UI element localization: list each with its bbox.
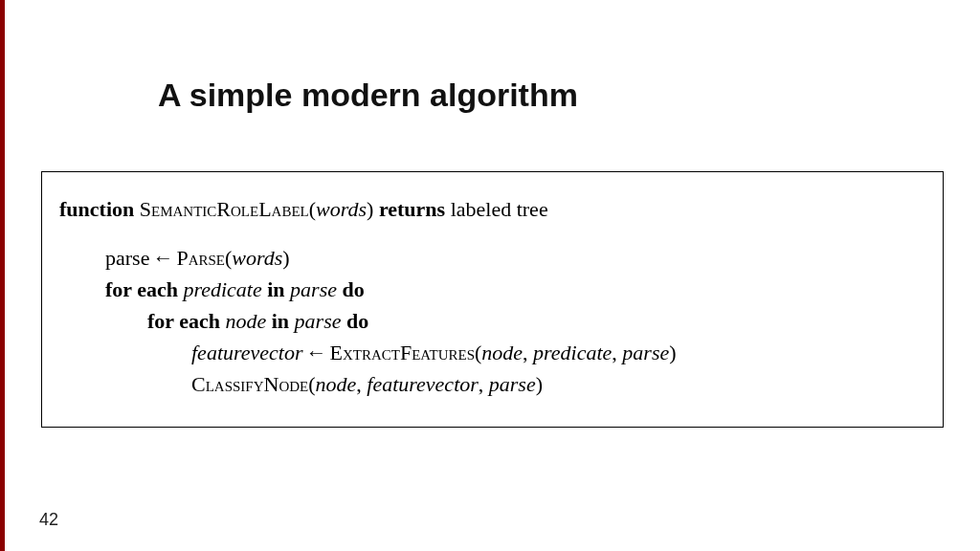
slide: A simple modern algorithm function Seman… <box>0 0 980 551</box>
var-featurevector: featurevector <box>191 341 302 364</box>
fn-classifynode: ClassifyNode <box>191 372 308 396</box>
slide-title: A simple modern algorithm <box>158 77 578 114</box>
page-number: 42 <box>39 510 58 530</box>
comma: , <box>523 341 533 364</box>
kw-in: in <box>267 277 284 301</box>
algorithm-box: function SemanticRoleLabel(words) return… <box>41 171 944 428</box>
arg-featurevector: featurevector <box>367 372 478 396</box>
var-predicate: predicate <box>183 277 261 301</box>
assign-arrow: ← <box>149 246 176 270</box>
algo-line-foreach-node: for each node in parse do <box>59 305 925 337</box>
kw-function: function <box>59 197 134 221</box>
rparen: ) <box>536 372 543 396</box>
arg-words: words <box>232 246 282 270</box>
algo-line-classify: ClassifyNode(node, featurevector, parse) <box>59 368 925 400</box>
kw-do: do <box>342 277 364 301</box>
return-value: labeled tree <box>451 197 548 221</box>
lparen: ( <box>308 372 315 396</box>
fn-extractfeatures: ExtractFeatures <box>329 341 475 364</box>
fn-parse: Parse <box>176 246 225 270</box>
var-parse: parse <box>290 277 337 301</box>
arg-parse: parse <box>622 341 669 364</box>
algo-signature: function SemanticRoleLabel(words) return… <box>59 193 925 225</box>
kw-in: in <box>272 309 289 333</box>
arg-node: node <box>481 341 523 364</box>
algo-line-assign-parse: parse←Parse(words) <box>59 242 925 274</box>
kw-do: do <box>346 309 368 333</box>
arg-predicate: predicate <box>533 341 612 364</box>
arg-parse: parse <box>489 372 536 396</box>
rparen: ) <box>669 341 676 364</box>
algo-line-foreach-predicate: for each predicate in parse do <box>59 274 925 305</box>
comma: , <box>612 341 622 364</box>
lparen: ( <box>309 197 316 221</box>
fn-semanticrolelabel: SemanticRoleLabel <box>140 197 309 221</box>
arg-node: node <box>316 372 357 396</box>
comma: , <box>479 372 489 396</box>
rparen: ) <box>367 197 373 221</box>
arg-words: words <box>316 197 367 221</box>
var-node: node <box>225 309 266 333</box>
rparen: ) <box>282 246 289 270</box>
comma: , <box>356 372 367 396</box>
var-parse: parse <box>105 246 149 270</box>
algo-line-assign-fv: featurevector←ExtractFeatures(node, pred… <box>59 337 925 368</box>
kw-foreach: for each <box>105 277 178 301</box>
assign-arrow: ← <box>302 341 329 364</box>
kw-returns: returns <box>379 197 445 221</box>
kw-foreach: for each <box>147 309 220 333</box>
var-parse: parse <box>295 309 342 333</box>
